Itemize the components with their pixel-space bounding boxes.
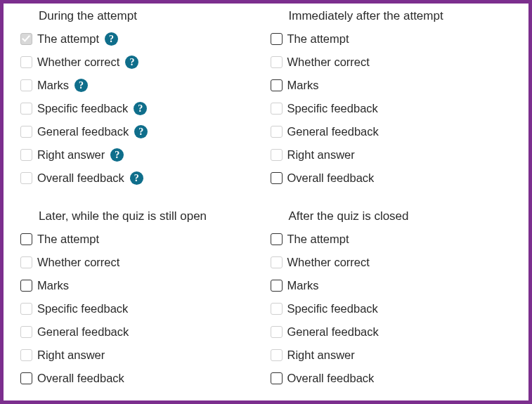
option-label: Overall feedback [287, 372, 375, 385]
option-label: Overall feedback [37, 372, 124, 385]
checkbox-whether-correct [20, 256, 32, 268]
option-label: The attempt [37, 32, 99, 46]
option-label: Whether correct [287, 56, 370, 69]
checkbox-specific-feedback [20, 103, 32, 115]
checkbox-specific-feedback [271, 303, 283, 315]
section-later-open: Later, while the quiz is still open The … [20, 209, 262, 390]
help-icon[interactable]: ? [134, 125, 148, 138]
option-label: Whether correct [37, 56, 119, 69]
section-header: Immediately after the attempt [271, 9, 512, 23]
section-header: Later, while the quiz is still open [20, 209, 262, 223]
option-label: Right answer [287, 148, 355, 162]
option-label: The attempt [287, 32, 349, 46]
option-label: General feedback [287, 125, 379, 138]
checkbox-general-feedback [20, 326, 32, 338]
checkbox-general-feedback [20, 126, 32, 138]
checkbox-marks[interactable] [271, 79, 283, 91]
section-header: During the attempt [20, 9, 262, 23]
help-icon[interactable]: ? [134, 102, 147, 115]
option-label: Marks [37, 279, 69, 292]
checkbox-the-attempt [20, 33, 32, 45]
checkbox-marks [20, 79, 32, 91]
checkbox-marks[interactable] [271, 280, 283, 292]
checkbox-the-attempt[interactable] [271, 233, 283, 245]
checkbox-overall-feedback [20, 172, 32, 184]
checkbox-right-answer [271, 349, 283, 361]
checkbox-specific-feedback [271, 103, 283, 115]
checkbox-marks[interactable] [20, 280, 32, 292]
section-after-closed: After the quiz is closed The attempt Whe… [271, 209, 512, 390]
option-label: The attempt [287, 233, 349, 246]
option-label: General feedback [37, 325, 129, 339]
checkbox-right-answer [20, 149, 32, 161]
checkbox-general-feedback [271, 326, 283, 338]
checkbox-whether-correct [20, 56, 32, 68]
checkbox-the-attempt[interactable] [271, 33, 283, 45]
option-label: The attempt [37, 233, 99, 246]
option-label: Marks [37, 79, 69, 92]
option-label: Right answer [287, 348, 355, 362]
help-icon[interactable]: ? [105, 32, 118, 46]
section-header: After the quiz is closed [271, 209, 512, 223]
help-icon[interactable]: ? [125, 56, 138, 69]
checkbox-whether-correct [271, 56, 283, 68]
checkbox-specific-feedback [20, 303, 32, 315]
checkbox-right-answer [271, 149, 283, 161]
option-label: Right answer [37, 348, 105, 362]
checkbox-general-feedback [271, 126, 283, 138]
checkbox-overall-feedback[interactable] [271, 172, 283, 184]
option-label: General feedback [37, 125, 129, 138]
option-label: Specific feedback [287, 302, 378, 315]
option-label: Overall feedback [37, 171, 124, 185]
checkbox-overall-feedback[interactable] [271, 372, 283, 384]
section-during-attempt: During the attempt The attempt? Whether … [20, 9, 262, 190]
help-icon[interactable]: ? [130, 171, 143, 185]
checkbox-the-attempt[interactable] [20, 233, 32, 245]
option-label: General feedback [287, 325, 379, 339]
option-label: Marks [287, 279, 319, 292]
option-label: Whether correct [287, 256, 370, 269]
option-label: Specific feedback [37, 102, 128, 115]
checkbox-overall-feedback[interactable] [20, 372, 32, 384]
option-label: Overall feedback [287, 171, 375, 185]
checkbox-right-answer [20, 349, 32, 361]
help-icon[interactable]: ? [74, 79, 88, 92]
help-icon[interactable]: ? [110, 148, 124, 162]
option-label: Specific feedback [37, 302, 128, 315]
option-label: Right answer [37, 148, 105, 162]
option-label: Marks [287, 79, 319, 92]
option-label: Specific feedback [287, 102, 378, 115]
section-immediately-after: Immediately after the attempt The attemp… [271, 9, 512, 190]
checkbox-whether-correct [271, 256, 283, 268]
review-options-panel: During the attempt The attempt? Whether … [0, 0, 532, 404]
option-label: Whether correct [37, 256, 119, 269]
